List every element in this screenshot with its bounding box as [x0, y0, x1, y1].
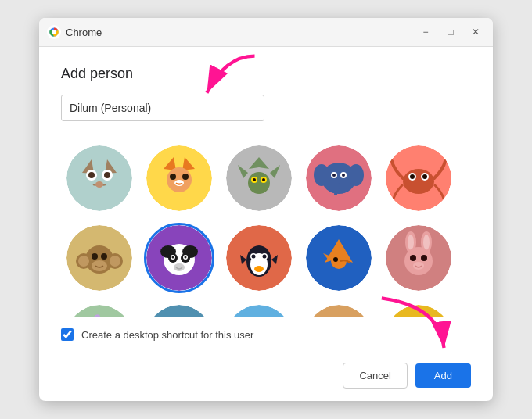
svg-point-9 [88, 172, 95, 178]
svg-point-61 [174, 263, 185, 271]
svg-point-95 [226, 305, 292, 317]
svg-point-49 [101, 253, 107, 260]
svg-point-59 [172, 256, 174, 259]
svg-point-83 [410, 255, 416, 261]
window-title: Chrome [66, 27, 416, 38]
avatar-rabbit[interactable] [383, 223, 454, 293]
avatar-cardinal[interactable] [304, 303, 374, 317]
svg-point-67 [252, 255, 256, 259]
svg-point-40 [410, 174, 415, 179]
svg-point-100 [306, 305, 372, 317]
maximize-button[interactable]: □ [441, 23, 460, 41]
svg-point-11 [95, 181, 103, 188]
avatars-grid-wrapper[interactable] [61, 137, 471, 317]
add-button[interactable]: Add [415, 363, 471, 388]
avatar-elephant[interactable] [304, 143, 374, 213]
svg-point-37 [403, 169, 434, 194]
avatar-cat[interactable] [64, 143, 135, 213]
svg-point-4 [66, 145, 132, 211]
desktop-shortcut-checkbox[interactable] [61, 328, 74, 341]
svg-point-10 [104, 172, 110, 178]
avatar-cheese[interactable] [383, 303, 454, 317]
avatars-grid [61, 137, 471, 317]
avatars-section [61, 137, 471, 317]
avatar-fox[interactable] [144, 143, 214, 213]
svg-point-68 [263, 255, 267, 259]
svg-point-93 [146, 305, 212, 317]
svg-point-81 [423, 235, 430, 250]
svg-point-69 [254, 266, 264, 272]
svg-point-34 [332, 174, 336, 177]
avatar-basketball[interactable] [144, 303, 214, 317]
avatar-bird[interactable] [304, 223, 374, 293]
window-controls: − □ ✕ [416, 23, 485, 41]
person-name-input[interactable] [61, 95, 264, 121]
svg-point-17 [182, 174, 189, 180]
svg-point-41 [422, 174, 427, 179]
titlebar: Chrome − □ ✕ [39, 18, 493, 47]
svg-point-26 [253, 178, 256, 181]
close-button[interactable]: ✕ [466, 23, 485, 41]
avatar-monkey[interactable] [64, 223, 135, 293]
avatar-panda[interactable] [144, 223, 214, 293]
dialog-footer: Cancel Add [39, 353, 493, 401]
checkbox-row: Create a desktop shortcut for this user [61, 328, 471, 341]
svg-point-2 [52, 30, 56, 34]
svg-point-82 [404, 247, 433, 275]
avatar-bike[interactable] [224, 303, 294, 317]
svg-point-46 [78, 256, 89, 267]
svg-point-85 [413, 262, 424, 270]
svg-point-106 [386, 305, 451, 317]
svg-point-80 [408, 235, 414, 250]
svg-point-60 [185, 256, 187, 259]
svg-point-27 [262, 178, 265, 181]
dialog-content: Add person Create a de [39, 47, 493, 353]
name-input-row [61, 95, 471, 121]
chrome-window: Chrome − □ ✕ Add person [39, 18, 493, 401]
svg-point-84 [421, 255, 427, 261]
svg-point-47 [110, 256, 120, 267]
dialog-title: Add person [61, 66, 471, 82]
chrome-logo-icon [47, 25, 61, 39]
minimize-button[interactable]: − [416, 23, 435, 41]
svg-point-48 [92, 253, 98, 260]
cancel-button[interactable]: Cancel [343, 363, 407, 389]
avatar-unicorn[interactable] [64, 303, 135, 317]
svg-point-50 [92, 260, 107, 271]
avatar-crab[interactable] [383, 143, 454, 213]
avatar-penguin[interactable] [224, 223, 294, 293]
avatar-dragon[interactable] [224, 143, 294, 213]
svg-point-16 [170, 174, 176, 180]
svg-point-23 [248, 172, 270, 194]
desktop-shortcut-label: Create a desktop shortcut for this user [81, 329, 253, 341]
svg-point-31 [348, 164, 364, 186]
svg-point-35 [342, 174, 345, 177]
svg-point-76 [333, 257, 338, 262]
svg-point-30 [314, 164, 329, 186]
